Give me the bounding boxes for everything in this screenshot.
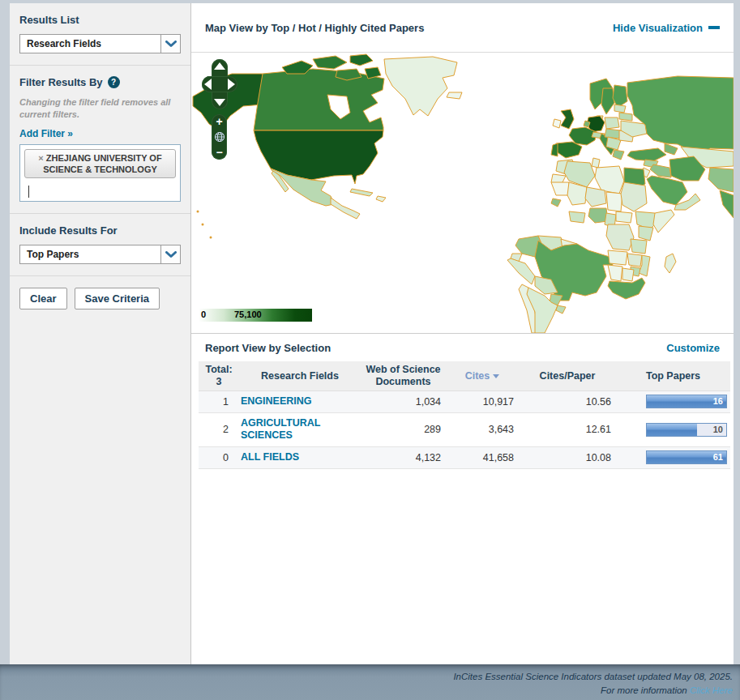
results-list-heading: Results List <box>19 14 181 26</box>
top-papers-value: 61 <box>713 452 723 462</box>
rank-cell: 2 <box>199 424 239 435</box>
total-count: 3 <box>216 376 222 387</box>
column-header-cites-per-paper[interactable]: Cites/Paper <box>519 368 616 385</box>
legend-max-label: 75,100 <box>234 309 262 319</box>
minus-icon <box>708 26 720 29</box>
map-pan-control <box>202 59 237 109</box>
table-row: 1 ENGINEERING 1,034 10,917 10.56 16 <box>199 391 730 413</box>
text-cursor <box>28 186 29 198</box>
map-view-header: Map View by Top / Hot / Highly Cited Pap… <box>191 3 734 53</box>
total-header: Total: 3 <box>199 361 239 391</box>
top-papers-bar[interactable]: 61 <box>646 450 727 464</box>
sidebar-actions: Clear Save Criteria <box>10 276 190 321</box>
top-papers-bar-fill <box>647 424 697 436</box>
table-header-row: Total: 3 Research Fields Web of Science … <box>199 361 730 391</box>
click-here-link[interactable]: Click Here <box>690 685 733 695</box>
pan-right-arrow-icon[interactable] <box>228 79 235 90</box>
field-link[interactable]: ENGINEERING <box>241 395 312 408</box>
column-header-cites[interactable]: Cites <box>446 368 519 385</box>
documents-cell: 1,034 <box>361 396 446 408</box>
map-view-title: Map View by Top / Hot / Highly Cited Pap… <box>205 22 424 34</box>
globe-icon[interactable] <box>214 131 225 143</box>
top-papers-value: 10 <box>713 425 723 434</box>
results-list-section: Results List Research Fields <box>10 3 190 66</box>
pan-up-arrow-icon[interactable] <box>214 62 225 70</box>
include-results-heading: Include Results For <box>19 224 181 237</box>
sort-desc-icon <box>493 374 499 378</box>
top-papers-bar[interactable]: 16 <box>646 395 727 408</box>
chevron-down-icon[interactable] <box>160 35 180 53</box>
map-zoom-control: + − <box>212 114 227 160</box>
cites-per-paper-cell: 12.61 <box>519 424 616 435</box>
include-results-selected-value: Top Papers <box>20 245 79 263</box>
footer-info-prefix: For more information <box>601 685 690 695</box>
page-footer: InCites Essential Science Indicators dat… <box>0 664 740 700</box>
empty-content-area <box>191 469 734 665</box>
customize-link[interactable]: Customize <box>666 342 720 354</box>
add-filter-link[interactable]: Add Filter » <box>19 128 73 139</box>
table-row: 0 ALL FIELDS 4,132 41,658 10.08 61 <box>199 447 730 469</box>
cites-per-paper-cell: 10.56 <box>519 396 616 408</box>
cites-per-paper-cell: 10.08 <box>519 452 616 463</box>
pan-left-arrow-icon[interactable] <box>204 79 212 90</box>
filter-section: Filter Results By ? Changing the filter … <box>10 66 190 214</box>
documents-cell: 4,132 <box>361 452 446 463</box>
results-list-selected-value: Research Fields <box>20 35 101 53</box>
sidebar: Results List Research Fields Filter Resu… <box>10 3 191 664</box>
map-visualization[interactable]: + − 0 75,100 <box>191 53 734 334</box>
zoom-out-button[interactable]: − <box>216 147 222 158</box>
column-header-top-papers[interactable]: Top Papers <box>616 368 730 385</box>
field-link[interactable]: ALL FIELDS <box>241 451 299 464</box>
zoom-in-button[interactable]: + <box>216 116 222 127</box>
hide-visualization-link[interactable]: Hide Visualization <box>613 22 720 34</box>
filter-heading: Filter Results By ? <box>19 76 181 88</box>
save-criteria-button[interactable]: Save Criteria <box>75 288 160 309</box>
map-color-legend: 0 75,100 <box>199 309 312 322</box>
report-table: Total: 3 Research Fields Web of Science … <box>199 361 730 469</box>
filter-tag-label: ZHEJIANG UNIVERSITY OF SCIENCE & TECHNOL… <box>43 153 161 174</box>
footer-info-line: For more information Click Here <box>0 684 733 698</box>
field-link[interactable]: AGRICULTURAL SCIENCES <box>241 417 359 442</box>
countries-layer <box>193 54 734 333</box>
filter-input-box[interactable]: ×ZHEJIANG UNIVERSITY OF SCIENCE & TECHNO… <box>19 144 181 203</box>
rank-cell: 0 <box>199 452 239 463</box>
clear-button[interactable]: Clear <box>19 288 67 309</box>
filter-tag[interactable]: ×ZHEJIANG UNIVERSITY OF SCIENCE & TECHNO… <box>24 149 176 179</box>
cites-cell: 10,917 <box>446 396 519 408</box>
legend-min-label: 0 <box>201 309 206 319</box>
cites-header-label: Cites <box>465 370 490 382</box>
include-results-section: Include Results For Top Papers <box>10 214 190 276</box>
footer-dataset-note: InCites Essential Science Indicators dat… <box>0 670 733 684</box>
top-papers-bar[interactable]: 10 <box>646 423 727 437</box>
top-papers-value: 16 <box>713 396 723 406</box>
cites-cell: 41,658 <box>446 452 519 463</box>
report-view-header: Report View by Selection Customize <box>191 334 734 361</box>
remove-filter-icon[interactable]: × <box>38 153 43 163</box>
app-window: Results List Research Fields Filter Resu… <box>10 3 734 664</box>
column-header-research-fields[interactable]: Research Fields <box>239 368 361 385</box>
world-map[interactable] <box>191 53 734 334</box>
cites-cell: 3,643 <box>446 424 519 435</box>
table-row: 2 AGRICULTURAL SCIENCES 289 3,643 12.61 … <box>199 413 730 447</box>
main-content: Map View by Top / Hot / Highly Cited Pap… <box>191 3 734 664</box>
chevron-down-icon[interactable] <box>160 245 180 263</box>
pan-down-arrow-icon[interactable] <box>214 99 225 106</box>
total-label: Total: <box>205 364 232 375</box>
results-list-select[interactable]: Research Fields <box>19 34 181 53</box>
report-view-title: Report View by Selection <box>205 342 331 354</box>
help-icon[interactable]: ? <box>108 76 120 88</box>
filter-heading-label: Filter Results By <box>19 76 103 88</box>
filter-note: Changing the filter field removes all cu… <box>19 96 181 121</box>
hide-visualization-label: Hide Visualization <box>613 22 703 34</box>
column-header-wos-documents[interactable]: Web of Science Documents <box>361 361 446 391</box>
documents-cell: 289 <box>361 424 446 435</box>
include-results-select[interactable]: Top Papers <box>19 245 181 264</box>
rank-cell: 1 <box>199 396 239 408</box>
